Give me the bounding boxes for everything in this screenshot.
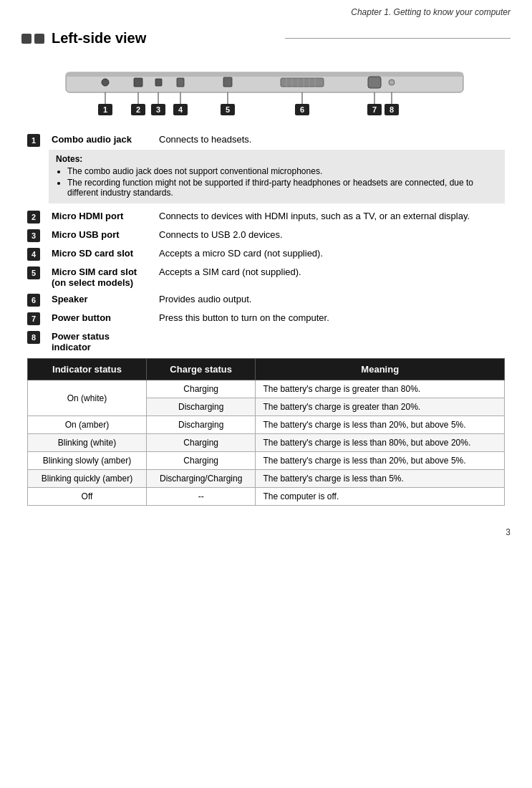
item-desc-cell-8 [153, 328, 511, 355]
page-number: 3 [21, 527, 511, 537]
col-header-indicator: Indicator status [28, 359, 147, 380]
section-title: Left-side view [52, 30, 278, 47]
item-number-cell: 3 [21, 226, 46, 245]
item-name-cell-4: Micro SD card slot [46, 245, 153, 264]
status-charge-charging-2: Charging [146, 434, 256, 452]
svg-point-2 [102, 79, 109, 86]
note-box-1: Notes: The combo audio jack does not sup… [49, 150, 505, 203]
status-row-5: Blinking slowly (amber) Charging The bat… [28, 452, 505, 470]
status-indicator-blinking-white: Blinking (white) [28, 434, 147, 452]
svg-text:7: 7 [372, 105, 376, 114]
item-number-cell: 6 [21, 291, 46, 309]
status-row-6: Blinking quickly (amber) Discharging/Cha… [28, 470, 505, 488]
col-header-meaning: Meaning [256, 359, 505, 380]
item-desc-cell-5: Accepts a SIM card (not supplied). [153, 264, 511, 291]
svg-text:8: 8 [389, 105, 393, 114]
content-table: 1 Combo audio jack Connects to headsets.… [21, 131, 511, 513]
status-row-4: Blinking (white) Charging The battery's … [28, 434, 505, 452]
svg-rect-5 [177, 78, 184, 87]
item-name-cell-8: Power status indicator [46, 328, 153, 355]
page-header: Chapter 1. Getting to know your computer [21, 7, 511, 17]
note-bullet-1-2: The recording function might not be supp… [67, 178, 498, 198]
note-list-1: The combo audio jack does not support co… [56, 166, 498, 198]
table-row: 2 Micro HDMI port Connects to devices wi… [21, 208, 511, 226]
status-meaning-1: The battery's charge is greater than 80%… [256, 380, 505, 398]
svg-rect-6 [223, 77, 232, 87]
status-charge-discharging-charging: Discharging/Charging [146, 470, 256, 488]
table-row: 1 Combo audio jack Connects to headsets. [21, 131, 511, 150]
title-icon-2 [34, 34, 44, 44]
status-charge-charging-1: Charging [146, 380, 256, 398]
status-charge-charging-3: Charging [146, 452, 256, 470]
item-name-cell-7: Power button [46, 309, 153, 328]
item-desc-cell-3: Connects to USB 2.0 devices. [153, 226, 511, 245]
status-charge-discharging-2: Discharging [146, 416, 256, 434]
col-header-charge: Charge status [146, 359, 256, 380]
item-badge-8: 8 [27, 331, 40, 344]
item-name-2: Micro HDMI port [52, 211, 123, 221]
status-indicator-blinking-slowly-amber: Blinking slowly (amber) [28, 452, 147, 470]
item-desc-cell-4: Accepts a micro SD card (not supplied). [153, 245, 511, 264]
item-name-cell-1: Combo audio jack [46, 131, 153, 150]
svg-text:5: 5 [225, 105, 229, 114]
item-badge-1: 1 [27, 134, 40, 147]
title-icon-1 [21, 34, 32, 44]
status-indicator-table: Indicator status Charge status Meaning O… [27, 358, 505, 506]
item-desc-1: Connects to headsets. [159, 134, 251, 145]
item-desc-cell-1: Connects to headsets. [153, 131, 511, 150]
table-row: 8 Power status indicator [21, 328, 511, 355]
item-number-cell: 2 [21, 208, 46, 226]
item-name-cell-6: Speaker [46, 291, 153, 309]
status-meaning-5: The battery's charge is less than 20%, b… [256, 452, 505, 470]
item-badge-2: 2 [27, 211, 40, 224]
item-name-4: Micro SD card slot [52, 248, 133, 259]
item-badge-4: 4 [27, 248, 40, 261]
item-name-cell-5: Micro SIM card slot (on select models) [46, 264, 153, 291]
status-meaning-7: The computer is off. [256, 488, 505, 506]
item-number-cell: 1 [21, 131, 46, 150]
note-cell-1: Notes: The combo audio jack does not sup… [21, 150, 511, 208]
note-row-1: Notes: The combo audio jack does not sup… [21, 150, 511, 208]
status-table-cell: Indicator status Charge status Meaning O… [21, 355, 511, 513]
note-title-1: Notes: [56, 154, 498, 164]
svg-text:1: 1 [102, 105, 107, 114]
device-image-container: 1 2 3 4 5 6 7 8 [21, 59, 511, 117]
section-title-icons [21, 34, 44, 44]
item-badge-7: 7 [27, 312, 40, 325]
item-desc-6: Provides audio output. [159, 294, 251, 304]
item-desc-2: Connects to devices with HDMI inputs, su… [159, 211, 470, 221]
item-name-8: Power status indicator [52, 331, 110, 352]
svg-rect-4 [155, 79, 162, 86]
status-indicator-blinking-quickly-amber: Blinking quickly (amber) [28, 470, 147, 488]
item-number-cell: 8 [21, 328, 46, 355]
item-name-cell-2: Micro HDMI port [46, 208, 153, 226]
item-badge-5: 5 [27, 266, 40, 279]
svg-point-15 [389, 80, 395, 85]
status-charge-off: -- [146, 488, 256, 506]
status-row-3: On (amber) Discharging The battery's cha… [28, 416, 505, 434]
svg-rect-1 [66, 72, 463, 77]
item-number-cell: 5 [21, 264, 46, 291]
status-meaning-3: The battery's charge is less than 20%, b… [256, 416, 505, 434]
item-name-7: Power button [52, 312, 111, 323]
status-table-head: Indicator status Charge status Meaning [28, 359, 505, 380]
device-svg: 1 2 3 4 5 6 7 8 [59, 59, 474, 117]
status-table-body: On (white) Charging The battery's charge… [28, 380, 505, 506]
svg-text:2: 2 [135, 105, 140, 114]
status-indicator-on-white: On (white) [28, 380, 147, 416]
item-desc-cell-6: Provides audio output. [153, 291, 511, 309]
svg-rect-14 [368, 77, 381, 88]
item-desc-7: Press this button to turn on the compute… [159, 312, 329, 323]
status-table-header-row: Indicator status Charge status Meaning [28, 359, 505, 380]
item-desc-cell-2: Connects to devices with HDMI inputs, su… [153, 208, 511, 226]
status-meaning-4: The battery's charge is less than 80%, b… [256, 434, 505, 452]
svg-rect-7 [281, 78, 324, 87]
item-name-cell-3: Micro USB port [46, 226, 153, 245]
status-meaning-6: The battery's charge is less than 5%. [256, 470, 505, 488]
item-name-1: Combo audio jack [52, 134, 132, 145]
status-indicator-on-amber: On (amber) [28, 416, 147, 434]
item-desc-4: Accepts a micro SD card (not supplied). [159, 248, 323, 259]
status-row-7: Off -- The computer is off. [28, 488, 505, 506]
table-row: 5 Micro SIM card slot (on select models)… [21, 264, 511, 291]
table-row: 4 Micro SD card slot Accepts a micro SD … [21, 245, 511, 264]
